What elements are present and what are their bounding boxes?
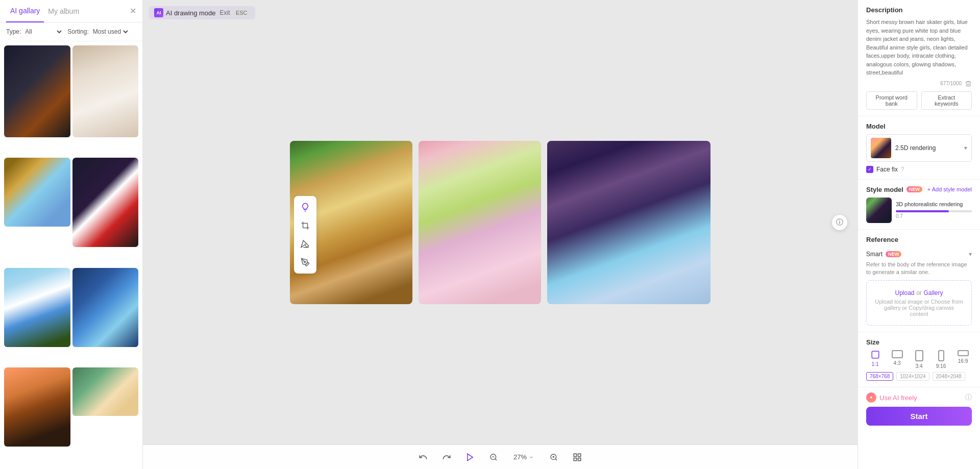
style-model-thumbnail: [866, 198, 892, 223]
list-item[interactable]: [4, 367, 70, 465]
type-filter[interactable]: Type: All Portrait Landscape: [6, 28, 63, 36]
undo-button[interactable]: [415, 450, 431, 465]
canvas-info-button[interactable]: ⓘ: [832, 215, 847, 230]
size-option-16-9[interactable]: 16:9: [954, 350, 972, 369]
use-ai-info-icon[interactable]: ⓘ: [965, 393, 972, 402]
ai-icon: AI: [154, 8, 163, 17]
upload-link[interactable]: Upload: [895, 289, 915, 297]
start-button[interactable]: Start: [866, 407, 972, 426]
upload-or: or: [916, 289, 922, 297]
svg-point-3: [304, 261, 306, 262]
model-selector[interactable]: 2.5D rendering ▾: [866, 134, 972, 162]
model-thumbnail: [871, 138, 891, 158]
canvas-content[interactable]: ⓘ: [143, 0, 857, 445]
main-canvas-area: AI AI drawing mode Exit ESC ⓘ: [143, 0, 857, 469]
generate-button[interactable]: [462, 450, 478, 465]
pen-tool-button[interactable]: [297, 254, 313, 270]
svg-rect-15: [574, 458, 576, 460]
add-style-model-button[interactable]: + Add style model: [927, 186, 972, 192]
upload-row: Upload or Gallery: [875, 289, 963, 297]
canvas-image-2[interactable]: [419, 141, 541, 304]
type-select[interactable]: All Portrait Landscape: [23, 28, 63, 36]
extract-keywords-button[interactable]: Extract keywords: [921, 91, 972, 110]
reference-description: Refer to the body of the reference image…: [866, 261, 972, 277]
fit-screen-button[interactable]: [570, 450, 585, 465]
size-option-4-3[interactable]: 4:3: [888, 350, 906, 369]
lightbulb-tool-button[interactable]: [297, 199, 313, 215]
sorting-label: Sorting:: [67, 28, 88, 35]
list-item[interactable]: [72, 367, 139, 465]
redo-button[interactable]: [439, 450, 454, 465]
style-model-title: Style model: [866, 186, 903, 193]
svg-rect-12: [574, 454, 576, 456]
reference-upload-area[interactable]: Upload or Gallery Upload local image or …: [866, 280, 972, 326]
svg-rect-14: [578, 458, 581, 460]
size-option-1-1[interactable]: 1:1: [866, 350, 884, 369]
tab-ai-gallery[interactable]: AI gallary: [6, 0, 44, 22]
size-icon-4-3: [892, 350, 903, 358]
exit-key-badge: ESC: [233, 9, 250, 16]
style-model-fill: [896, 210, 949, 212]
reference-expand-icon[interactable]: ▾: [969, 251, 972, 258]
svg-rect-19: [939, 351, 944, 361]
zoom-in-button[interactable]: [546, 450, 561, 465]
size-icon-1-1: [871, 350, 880, 359]
eraser-tool-button[interactable]: [297, 236, 313, 252]
list-item[interactable]: [72, 45, 139, 156]
svg-line-6: [495, 459, 497, 460]
face-fix-label: Face fix: [876, 166, 898, 173]
size-option-9-16[interactable]: 9:16: [932, 350, 950, 369]
filter-row: Type: All Portrait Landscape Sorting: Mo…: [0, 22, 142, 41]
svg-marker-4: [468, 454, 473, 461]
size-options: 1:1 4:3 3:4 9:16: [866, 350, 972, 369]
size-section: Size 1:1 4:3 3:4: [858, 332, 980, 387]
char-count: 677/1000: [940, 81, 962, 86]
svg-rect-18: [916, 351, 923, 361]
size-option-3-4[interactable]: 3:4: [910, 350, 928, 369]
ai-drawing-mode-badge: AI AI drawing mode: [154, 8, 216, 17]
zoom-out-button[interactable]: [486, 450, 501, 465]
svg-rect-13: [578, 454, 581, 456]
size-icon-16-9: [958, 350, 969, 356]
reference-section: Reference Smart NEW ▾ Refer to the body …: [858, 230, 980, 333]
style-model-name: 3D photorealistic rendering: [896, 201, 972, 207]
close-left-panel-button[interactable]: ✕: [130, 6, 136, 16]
reference-title: Reference: [866, 236, 898, 243]
delete-description-icon[interactable]: [965, 80, 972, 87]
prompt-word-bank-button[interactable]: Prompt word bank: [866, 91, 917, 110]
type-label: Type:: [6, 28, 21, 35]
exit-drawing-mode-button[interactable]: Exit ESC: [220, 9, 250, 16]
gallery-grid: [0, 41, 142, 469]
list-item[interactable]: [72, 158, 139, 265]
smart-row: Smart NEW ▾: [866, 251, 972, 258]
size-icon-3-4: [915, 350, 923, 361]
sorting-filter[interactable]: Sorting: Most used Newest Oldest: [67, 28, 129, 36]
list-item[interactable]: [4, 268, 70, 365]
list-item[interactable]: [72, 268, 139, 365]
size-val-1024[interactable]: 1024×1024: [896, 372, 929, 381]
list-item[interactable]: [4, 158, 70, 265]
upload-gallery-link[interactable]: Gallery: [923, 289, 943, 297]
style-model-slider[interactable]: [896, 210, 972, 212]
canvas-images-container: [290, 141, 710, 304]
size-label-1-1: 1:1: [872, 361, 879, 367]
reference-new-badge: NEW: [886, 251, 901, 257]
canvas-image-3[interactable]: [547, 141, 710, 304]
use-ai-row: ✦ Use AI freely ⓘ: [866, 392, 972, 403]
zoom-selector[interactable]: 27%: [509, 451, 538, 463]
size-title: Size: [866, 338, 972, 346]
face-fix-checkbox[interactable]: ✓: [866, 166, 873, 173]
style-model-value: 0.7: [896, 213, 972, 219]
size-label-4-3: 4:3: [894, 360, 901, 366]
tab-my-album[interactable]: My album: [44, 0, 83, 22]
list-item[interactable]: [4, 45, 70, 156]
crop-tool-button[interactable]: [297, 217, 313, 234]
sorting-select[interactable]: Most used Newest Oldest: [91, 28, 130, 36]
use-ai-icon: ✦: [866, 392, 876, 403]
size-val-2048[interactable]: 2048×2048: [933, 372, 965, 381]
size-val-768[interactable]: 768×768: [866, 372, 893, 381]
ai-drawing-mode-label: AI drawing mode: [166, 9, 216, 17]
size-label-3-4: 3:4: [916, 363, 923, 369]
face-fix-info-icon[interactable]: ?: [901, 166, 904, 173]
description-meta: 677/1000: [866, 80, 972, 87]
